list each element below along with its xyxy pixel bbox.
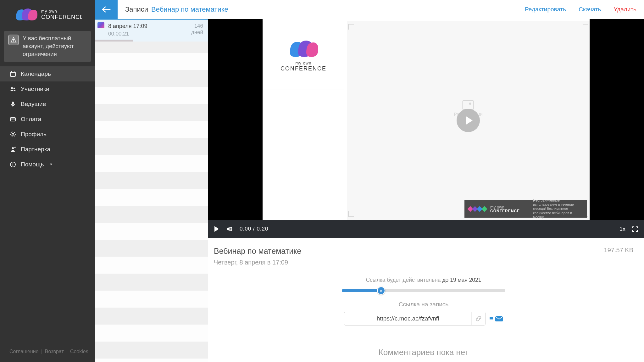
recording-size: 197.57 KB	[604, 247, 633, 254]
corner-icon	[348, 24, 354, 30]
send-email-button[interactable]	[489, 315, 503, 322]
svg-line-18	[14, 136, 15, 136]
hosts-icon	[9, 101, 16, 108]
banner-logo-icon	[468, 207, 486, 211]
svg-line-17	[11, 132, 12, 133]
svg-rect-8	[12, 102, 14, 105]
svg-point-21	[12, 147, 14, 149]
action-download[interactable]: Скачать	[579, 6, 601, 13]
recording-days-n: 146	[191, 23, 203, 29]
recording-thumb	[97, 22, 104, 28]
free-account-notice[interactable]: У вас бесплатный аккаунт, действуют огра…	[4, 31, 91, 62]
link-label: Ссылка на запись	[342, 301, 505, 308]
time-display: 0:00 / 0:20	[240, 226, 268, 232]
corner-icon	[348, 211, 354, 217]
player-logo-panel: my own CONFERENCE	[263, 21, 344, 90]
svg-rect-24	[13, 163, 13, 164]
mini-logo-line2: CONFERENCE	[280, 65, 326, 72]
brand-logo: my own CONFERENCE	[0, 0, 95, 28]
svg-rect-25	[495, 316, 503, 321]
breadcrumb-label: Записи	[125, 5, 148, 14]
banner-text: Неограниченное использование в течение м…	[533, 198, 583, 219]
calendar-icon	[9, 70, 16, 77]
svg-rect-1	[13, 41, 14, 42]
footer-cookies[interactable]: Cookies	[70, 349, 88, 354]
link-input[interactable]	[344, 315, 471, 322]
svg-rect-5	[14, 71, 14, 73]
control-play[interactable]	[214, 226, 219, 232]
control-speed[interactable]: 1x	[619, 226, 625, 232]
promo-banner: my own CONFERENCE Неограниченное использ…	[464, 200, 587, 218]
recording-date: 8 апреля 17:09	[108, 23, 147, 30]
payment-icon	[9, 116, 16, 123]
affiliate-icon	[9, 146, 16, 153]
participants-icon	[9, 86, 16, 92]
image-icon	[463, 100, 474, 110]
recording-duration: 00:00:21	[108, 31, 147, 37]
info-icon	[9, 161, 16, 168]
action-edit[interactable]: Редактировать	[525, 6, 566, 13]
video-player: my own CONFERENCE Режим студии	[208, 19, 644, 220]
validity-slider[interactable]: ‹›	[342, 289, 505, 292]
player-stage: Режим студии	[347, 21, 590, 220]
nav-label: Партнерка	[21, 146, 50, 153]
nav-profile[interactable]: Профиль	[0, 127, 95, 142]
play-button[interactable]	[457, 109, 480, 132]
recording-scrub	[95, 40, 133, 42]
player-controls: 0:00 / 0:20 1x	[208, 220, 644, 238]
link-valid-text: Ссылка будет действительна до 19 мая 202…	[342, 277, 505, 283]
nav-label: Помощь	[21, 161, 44, 168]
recording-subtitle: Четверг, 8 апреля в 17:09	[214, 259, 301, 266]
nav-participants[interactable]: Участники	[0, 81, 95, 97]
back-button[interactable]	[95, 0, 118, 19]
nav-payment[interactable]: Оплата	[0, 112, 95, 127]
nav-label: Календарь	[21, 70, 51, 77]
nav-calendar[interactable]: Календарь	[0, 66, 95, 81]
svg-rect-23	[13, 164, 13, 166]
main-panel: my own CONFERENCE Режим студии	[208, 19, 644, 362]
breadcrumb-link[interactable]: Вебинар по математике	[151, 5, 228, 14]
nav-label: Ведущие	[21, 101, 46, 108]
link-input-group	[344, 312, 486, 326]
footer-agreement[interactable]: Соглашение	[9, 349, 39, 354]
recording-title: Вебинар по математике	[214, 247, 301, 256]
svg-line-19	[11, 136, 12, 136]
svg-point-6	[11, 87, 13, 89]
svg-line-20	[14, 132, 15, 133]
nav-help[interactable]: Помощь ▼	[0, 157, 95, 172]
nav-label: Участники	[21, 86, 49, 92]
nav: Календарь Участники Ведущие Оплата Профи…	[0, 66, 95, 349]
warning-icon	[8, 35, 19, 45]
recording-days-l: дней	[191, 29, 203, 35]
notice-text: У вас бесплатный аккаунт, действуют огра…	[23, 35, 87, 58]
svg-point-7	[14, 88, 15, 89]
svg-point-12	[12, 133, 14, 135]
footer-refund[interactable]: Возврат	[45, 349, 64, 354]
control-volume[interactable]	[226, 226, 233, 232]
mini-logo-line1: my own	[280, 61, 326, 65]
recordings-list: 8 апреля 17:09 00:00:21 146 дней	[95, 19, 208, 362]
nav-label: Профиль	[21, 131, 47, 138]
action-delete[interactable]: Удалить	[613, 6, 636, 13]
svg-rect-4	[11, 71, 12, 73]
recording-item[interactable]: 8 апреля 17:09 00:00:21 146 дней	[95, 19, 208, 42]
gear-icon	[9, 131, 16, 138]
sidebar-footer: Соглашение| Возврат| Cookies	[0, 349, 95, 362]
sidebar: my own CONFERENCE У вас бесплатный аккау…	[0, 0, 95, 362]
svg-rect-11	[10, 119, 15, 120]
nav-hosts[interactable]: Ведущие	[0, 97, 95, 112]
control-fullscreen[interactable]	[632, 226, 638, 232]
nav-affiliate[interactable]: Партнерка	[0, 142, 95, 157]
no-comments: Комментариев пока нет	[214, 348, 633, 357]
brand-line1: my own	[41, 9, 57, 14]
chevron-down-icon: ▼	[49, 163, 53, 166]
corner-icon	[583, 24, 588, 30]
svg-rect-9	[13, 106, 13, 107]
svg-rect-0	[13, 39, 14, 41]
copy-link-icon[interactable]	[471, 312, 485, 325]
nav-label: Оплата	[21, 116, 41, 123]
slider-thumb[interactable]: ‹›	[377, 287, 385, 295]
header: Записи Вебинар по математике Редактирова…	[118, 0, 644, 19]
svg-rect-3	[10, 72, 15, 73]
brand-line2: CONFERENCE	[41, 14, 82, 20]
